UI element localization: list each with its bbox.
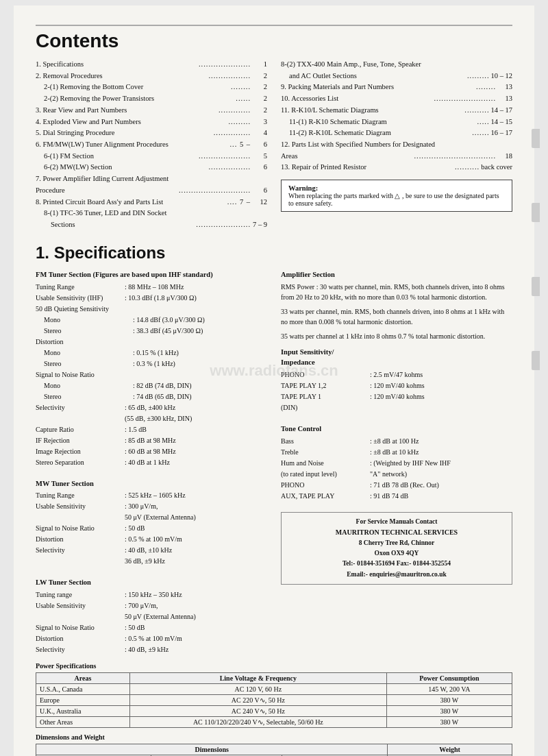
toc-item: 11. R-K10/L Schematic Diagrams .........… (281, 105, 512, 115)
toc-item: 8-(1) TFC-36 Tuner, LED and DIN Socket (36, 208, 267, 218)
power-specs-label: Power Specifications (36, 662, 512, 670)
amplifier-intro: RMS Power : 30 watts per channel, min. R… (281, 282, 512, 302)
toc-item: 8-(2) TXX-400 Main Amp., Fuse, Tone, Spe… (281, 59, 512, 69)
specs-section: FM Tuner Section (Figures are based upon… (36, 269, 512, 756)
dimensions-table: Dimensions Weight Height Width Depth Net… (36, 744, 512, 756)
toc-item: 5. Dial Stringing Procedure ............… (36, 127, 267, 138)
power-table-header-voltage: Line Voltage & Frequency (130, 673, 387, 684)
mw-tuner-title: MW Tuner Section (36, 478, 267, 489)
toc-left-col: 1. Specifications .....................1… (36, 59, 267, 231)
dimensions-label: Dimensions and Weight (36, 733, 512, 741)
tone-control-title: Tone Control (281, 424, 512, 435)
spec-row: Stereo Separation: 40 dB at 1 kHz (36, 457, 267, 467)
toc-container: 1. Specifications .....................1… (36, 59, 512, 231)
amplifier-para2: 33 watts per channel, min. RMS, both cha… (281, 306, 512, 327)
table-row: Other Areas AC 110/120/220/240 V∿, Selec… (36, 717, 512, 728)
right-tab-4 (532, 351, 540, 370)
spec-row: Stereo: 38.3 dBf (45 μV/300 Ω) (36, 326, 267, 336)
input-sensitivity-title: Input Sensitivity/Impedance (281, 347, 512, 369)
spec-row: AUX, TAPE PLAY: 91 dB 74 dB (281, 491, 512, 501)
section1-title: 1. Specifications (36, 243, 512, 263)
toc-item: 3. Rear View and Part Numbers ..........… (36, 105, 267, 115)
spec-row: Mono: 0.15 % (1 kHz) (36, 347, 267, 358)
spec-row: Mono: 82 dB (74 dB, DIN) (36, 380, 267, 391)
toc-item: 4. Exploded View and Part Numbers ......… (36, 117, 267, 127)
spec-row: Tuning Range: 88 MHz – 108 MHz (36, 282, 267, 292)
fm-tuner-title: FM Tuner Section (Figures are based upon… (36, 269, 267, 280)
spec-row: TAPE PLAY 1,2: 120 mV/40 kohms (281, 380, 512, 391)
spec-row: 50 dB Quieting Sensitivity (36, 304, 267, 314)
table-row: U.K., Australia AC 240 V∿, 50 Hz 380 W (36, 706, 512, 717)
right-tab-1 (532, 129, 540, 148)
toc-item: 6-(2) MW(LW) Section .................6 (36, 162, 267, 172)
warning-text: When replacing the parts marked with △ ,… (288, 192, 505, 207)
toc-item: 1. Specifications .....................1 (36, 59, 267, 69)
service-line5: Tel:- 01844-351694 Fax:- 01844-352554 (286, 559, 508, 569)
spec-row: Bass: ±8 dB at 100 Hz (281, 436, 512, 446)
service-line1: For Service Manuals Contact (286, 517, 508, 527)
right-tab-2 (532, 203, 540, 222)
toc-item: 8. Printed Circuit Board Ass'y and Parts… (36, 197, 267, 207)
warning-box: Warning: When replacing the parts marked… (281, 180, 512, 212)
spec-row: Tuning Range: 525 kHz – 1605 kHz (36, 490, 267, 500)
specs-cols: FM Tuner Section (Figures are based upon… (36, 269, 512, 655)
toc-item: 10. Accessories List ...................… (281, 93, 512, 103)
right-tabs (532, 129, 540, 370)
spec-row: Selectivity: 40 dB, ±10 kHz (36, 545, 267, 555)
spec-row: Selectivity: 65 dB, ±400 kHz (36, 402, 267, 413)
spec-row: Mono: 14.8 dBf (3.0 μV/300 Ω) (36, 315, 267, 325)
spec-row: Distortion: 0.5 % at 100 mV/m (36, 633, 267, 644)
toc-item: Areas .................................1… (281, 151, 512, 161)
toc-item: 6. FM/MW(LW) Tuner Alignment Procedures … (36, 139, 267, 149)
service-contact: For Service Manuals Contact MAURITRON TE… (281, 512, 512, 585)
spec-row: Treble: ±8 dB at 10 kHz (281, 447, 512, 457)
amplifier-title: Amplifier Section (281, 269, 512, 280)
spec-row: Capture Ratio: 1.5 dB (36, 424, 267, 435)
lw-tuner-title: LW Tuner Section (36, 577, 267, 588)
toc-item: 6-(1) FM Section .....................5 (36, 151, 267, 161)
weight-header: Weight (388, 744, 512, 755)
spec-row: TAPE PLAY 1: 120 mV/40 kohms (281, 391, 512, 402)
toc-item: 12. Parts List with Specified Numbers fo… (281, 139, 512, 149)
spec-row: Stereo: 74 dB (65 dB, DIN) (36, 391, 267, 402)
amplifier-para3: 35 watts per channel at 1 kHz into 8 ohm… (281, 331, 512, 341)
toc-item: 11-(2) R-K10L Schematic Diagram .......1… (281, 127, 512, 138)
spec-row: Tuning range: 150 kHz – 350 kHz (36, 589, 267, 600)
specs-right-col: Amplifier Section RMS Power : 30 watts p… (281, 269, 512, 655)
dim-header: Dimensions (36, 744, 388, 755)
spec-row: 36 dB, ±9 kHz (36, 556, 267, 566)
spec-row: Image Rejection: 60 dB at 98 MHz (36, 446, 267, 456)
spec-row: Signal to Noise Ratio (36, 369, 267, 380)
power-table-header-areas: Areas (36, 673, 130, 684)
spec-row: (to rated input level)"A" network) (281, 469, 512, 479)
toc-item: 2-(1) Removing the Bottom Cover ........… (36, 82, 267, 92)
page: www.radiofans.cn Contents 1. Specificati… (14, 5, 534, 756)
specs-left-col: FM Tuner Section (Figures are based upon… (36, 269, 267, 655)
toc-item: 2. Removal Procedures .................2 (36, 71, 267, 81)
service-line4: Oxon OX9 4QY (286, 548, 508, 559)
service-line3: 8 Cherry Tree Rd, Chinnor (286, 538, 508, 548)
toc-item: Procedure .............................6 (36, 185, 267, 195)
toc-item: 9. Packing Materials and Part Numbers ..… (281, 82, 512, 92)
spec-row: Stereo: 0.3 % (1 kHz) (36, 358, 267, 369)
spec-row: 50 μV (External Antenna) (36, 611, 267, 622)
power-table-header-consumption: Power Consumption (386, 673, 512, 684)
table-row: Europe AC 220 V∿, 50 Hz 380 W (36, 695, 512, 706)
toc-right-col: 8-(2) TXX-400 Main Amp., Fuse, Tone, Spe… (281, 59, 512, 231)
toc-item: Sections ......................7 – 9 (36, 219, 267, 230)
spec-row: Selectivity: 40 dB, ±9 kHz (36, 644, 267, 655)
spec-row: Hum and Noise: (Weighted by IHF New IHF (281, 458, 512, 468)
spec-row: Signal to Noise Ratio: 50 dB (36, 622, 267, 633)
warning-title: Warning: (288, 184, 505, 192)
top-border (36, 25, 512, 26)
spec-row: Signal to Noise Ratio: 50 dB (36, 523, 267, 533)
spec-row: Usable Sensitivity (IHF): 10.3 dBf (1.8 … (36, 293, 267, 303)
spec-row: 50 μV (External Antenna) (36, 512, 267, 522)
toc-item: 13. Repair of Printed Resistor .........… (281, 162, 512, 172)
service-line6: Email:- enquiries@mauritron.co.uk (286, 570, 508, 580)
service-line2: MAURITRON TECHNICAL SERVICES (286, 527, 508, 538)
contents-title: Contents (36, 30, 512, 52)
toc-item: 11-(1) R-K10 Schematic Diagram .....14 –… (281, 117, 512, 127)
spec-row: Distortion (36, 337, 267, 347)
spec-row: Usable Sensitivity: 300 μV/m, (36, 501, 267, 511)
